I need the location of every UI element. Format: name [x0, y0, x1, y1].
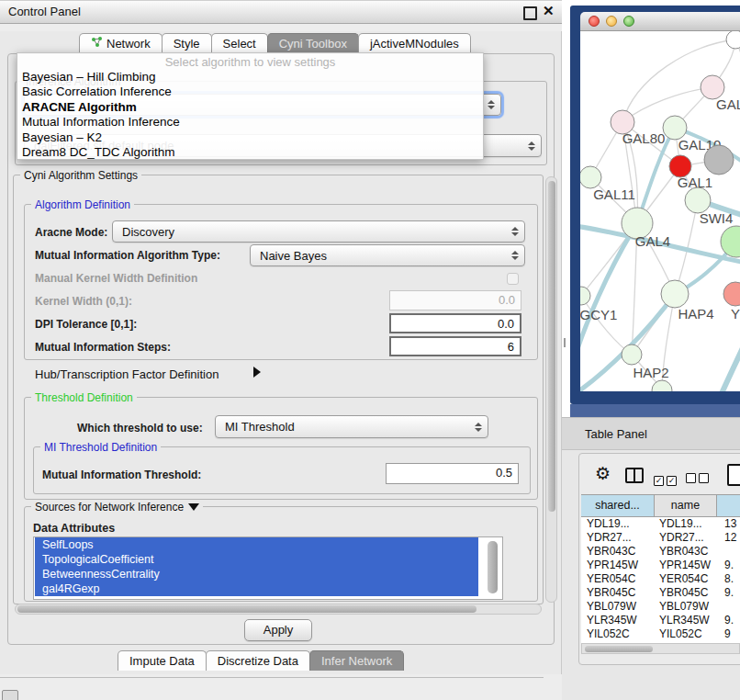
tab-jactivemnodules[interactable]: jActiveMNodules	[358, 33, 471, 53]
algorithm-option[interactable]: Bayesian – Hill Climbing	[17, 70, 483, 85]
network-node-gal11[interactable]	[580, 166, 601, 188]
attribute-item[interactable]: gal4RGexp	[35, 581, 478, 596]
network-node-hap4[interactable]	[661, 280, 689, 308]
settings-horizontal-scrollbar[interactable]	[15, 604, 542, 615]
table-row[interactable]: YER054CYER054C8.	[581, 572, 740, 586]
tab-discretize-data[interactable]: Discretize Data	[206, 650, 310, 671]
table-cell	[717, 545, 740, 559]
network-node-label: GAL	[716, 96, 740, 112]
column-header[interactable]: shared...	[581, 494, 655, 517]
table-cell: YBR045C	[655, 586, 717, 600]
network-node-swi4[interactable]	[685, 187, 711, 213]
attributes-scrollbar-thumb[interactable]	[488, 541, 498, 593]
tab-cyni-toolbox[interactable]: Cyni Toolbox	[267, 33, 359, 53]
table-cell: 9.	[717, 559, 740, 572]
expand-right-icon[interactable]	[253, 367, 261, 378]
gear-icon[interactable]: ⚙	[595, 465, 611, 483]
tab-select[interactable]: Select	[211, 33, 268, 53]
table-cell: 9	[717, 627, 740, 641]
split-view-icon[interactable]	[625, 468, 644, 483]
table-row[interactable]: YDL19...YDL19...13	[581, 517, 740, 531]
network-node[interactable]	[726, 31, 740, 49]
data-attributes-list[interactable]: SelfLoopsTopologicalCoefficientBetweenne…	[33, 536, 503, 600]
document-icon[interactable]	[727, 464, 740, 486]
aracne-mode-combo[interactable]: Discovery	[112, 220, 525, 243]
table-row[interactable]: YLR345WYLR345W9.	[581, 614, 740, 627]
algorithm-option[interactable]: ARACNE Algorithm	[17, 100, 483, 115]
hub-definition-label: Hub/Transcription Factor Definition	[35, 367, 219, 381]
table-horizontal-scrollbar-thumb[interactable]	[585, 646, 653, 652]
unchecked-checkboxes-icon[interactable]	[686, 470, 712, 487]
algorithm-option[interactable]: Mutual Information Inference	[17, 115, 483, 130]
algorithm-dropdown-popup: Select algorithm to view settings Bayesi…	[17, 52, 484, 160]
minimize-traffic-light-icon[interactable]	[606, 16, 617, 27]
settings-horizontal-scrollbar-thumb[interactable]	[17, 605, 477, 613]
mi-threshold-group-title: MI Threshold Definition	[40, 441, 161, 454]
dpi-tolerance-field[interactable]: 0.0	[389, 313, 521, 333]
collapse-down-icon[interactable]	[188, 503, 199, 511]
manual-kernel-label: Manual Kernel Width Definition	[35, 272, 197, 285]
network-node[interactable]	[652, 380, 672, 391]
table-row[interactable]: YIL052CYIL052C9	[581, 627, 740, 641]
mi-steps-field[interactable]: 6	[389, 336, 521, 356]
table-cell: YLR345W	[655, 614, 717, 627]
column-header[interactable]: name	[655, 494, 717, 517]
kernel-width-label: Kernel Width (0,1):	[35, 295, 132, 308]
mi-threshold-field[interactable]: 0.5	[386, 463, 519, 484]
control-panel-tabs: NetworkStyleSelectCyni ToolboxjActiveMNo…	[79, 33, 470, 53]
tab-network[interactable]: Network	[79, 33, 163, 53]
settings-vertical-scrollbar[interactable]	[545, 176, 557, 603]
float-window-icon[interactable]	[523, 6, 537, 20]
table-row[interactable]: YBR045CYBR045C9.	[581, 586, 740, 600]
manual-kernel-checkbox[interactable]	[507, 273, 519, 285]
algorithm-dropdown-list: Bayesian – Hill ClimbingBasic Correlatio…	[17, 70, 483, 160]
algorithm-option[interactable]: Bayesian – K2	[17, 130, 483, 145]
network-node-gcy1[interactable]	[580, 287, 590, 305]
attribute-item[interactable]: TopologicalCoefficient	[35, 552, 478, 567]
network-window-titlebar[interactable]	[580, 12, 740, 31]
network-node-y[interactable]	[723, 282, 740, 306]
kernel-width-field[interactable]: 0.0	[389, 290, 521, 310]
combo-spinner-icon	[528, 141, 535, 151]
network-node[interactable]	[721, 226, 740, 257]
control-panel-title: Control Panel	[8, 5, 81, 18]
network-edge	[622, 87, 712, 122]
table-cell: YBR045C	[581, 586, 655, 600]
network-node[interactable]	[704, 145, 734, 175]
network-edge	[581, 296, 632, 355]
algorithm-option[interactable]: Basic Correlation Inference	[17, 85, 483, 99]
column-header[interactable]	[717, 494, 740, 517]
algorithm-definition-title: Algorithm Definition	[31, 198, 134, 211]
mi-type-value: Naive Bayes	[260, 249, 506, 263]
network-node-hap2[interactable]	[622, 344, 642, 365]
table-cell: YPR145W	[655, 559, 717, 572]
network-canvas[interactable]: GALGAL80GAL10GAL1GAL11SWI4GAL4GCY1HAP4YH…	[580, 31, 740, 391]
network-view-frame-bottom	[570, 404, 740, 417]
table-row[interactable]: YBR043CYBR043C	[581, 545, 740, 559]
close-traffic-light-icon[interactable]	[589, 16, 600, 27]
checked-checkboxes-icon[interactable]: ✓✓	[654, 470, 679, 487]
combo-spinner-icon	[475, 423, 482, 432]
threshold-definition-title: Threshold Definition	[31, 391, 137, 404]
mi-type-combo[interactable]: Naive Bayes	[250, 244, 525, 266]
cytoscape-workspace: { "control_panel": { "title": "Control P…	[0, 0, 740, 700]
apply-button[interactable]: Apply	[244, 619, 312, 641]
table-header: shared...name	[581, 494, 740, 517]
table-row[interactable]: YBL079WYBL079W	[581, 600, 740, 614]
attribute-item[interactable]: SelfLoops	[35, 537, 478, 552]
table-row[interactable]: YDR27...YDR27...12	[581, 531, 740, 545]
settings-vertical-scrollbar-thumb[interactable]	[548, 181, 555, 512]
attribute-item[interactable]: BetweennessCentrality	[35, 567, 478, 581]
which-threshold-combo[interactable]: MI Threshold	[215, 415, 488, 438]
table-row[interactable]: YPR145WYPR145W9.	[581, 559, 740, 572]
tab-impute-data[interactable]: Impute Data	[118, 650, 207, 671]
minimized-panel-icon[interactable]	[2, 690, 18, 700]
algorithm-option[interactable]: Dream8 DC_TDC Algorithm	[17, 145, 483, 160]
tab-infer-network[interactable]: Infer Network	[309, 650, 404, 671]
tab-label: Cyni Toolbox	[279, 34, 347, 53]
close-icon[interactable]: ✕	[543, 3, 555, 19]
tab-style[interactable]: Style	[162, 33, 212, 53]
table-horizontal-scrollbar[interactable]	[581, 643, 740, 654]
zoom-traffic-light-icon[interactable]	[623, 16, 634, 27]
cyni-settings-group-title: Cyni Algorithm Settings	[20, 169, 141, 182]
